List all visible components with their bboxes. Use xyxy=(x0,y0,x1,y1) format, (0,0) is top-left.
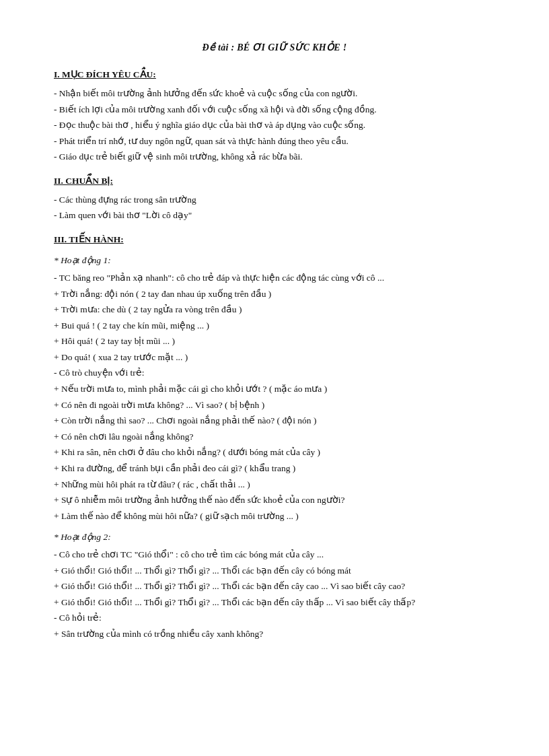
section-2-content: - Các thùng đựng rác trong sân trường - … xyxy=(54,193,495,223)
list-item: - TC băng reo "Phản xạ nhanh": cô cho tr… xyxy=(54,271,495,285)
list-item: + Khi ra sân, nên chơi ở đâu cho khỏi nắ… xyxy=(54,445,495,460)
list-item: + Bui quá ! ( 2 tay che kín mũi, miệng .… xyxy=(54,318,495,333)
list-item: + Sự ô nhiễm môi trường ảnh hưởng thế nà… xyxy=(54,493,495,508)
list-item: + Gió thổi! Gió thổi! ... Thổi gì? Thổi … xyxy=(54,563,495,578)
list-item: - Làm quen với bài thơ "Lời cô dạy" xyxy=(54,208,495,223)
list-item: - Cô hỏi trẻ: xyxy=(54,611,495,625)
section-3: III. TIẾN HÀNH: * Hoạt động 1: - TC băng… xyxy=(54,232,495,642)
list-item: - Giáo dục trẻ biết giữ vệ sinh môi trườ… xyxy=(54,149,495,164)
activity-2: * Hoạt động 2: - Cô cho trẻ chơi TC "Gió… xyxy=(54,530,495,641)
list-item: - Cô cho trẻ chơi TC "Gió thổi" : cô cho… xyxy=(54,547,495,562)
activity-2-heading: * Hoạt động 2: xyxy=(54,530,495,545)
activity-1-content: - TC băng reo "Phản xạ nhanh": cô cho tr… xyxy=(54,271,495,524)
list-item: + Gió thổi! Gió thổi! ... Thổi gì? Thổi … xyxy=(54,579,495,594)
list-item: - Biết ích lợi của môi trường xanh đối v… xyxy=(54,102,495,117)
section-3-heading: III. TIẾN HÀNH: xyxy=(54,232,495,247)
section-2: II. CHUẨN BỊ: - Các thùng đựng rác trong… xyxy=(54,174,495,223)
list-item: + Hôi quá! ( 2 tay tay bịt mũi ... ) xyxy=(54,334,495,349)
list-item: + Những mùi hôi phát ra từ đâu? ( rác , … xyxy=(54,477,495,492)
list-item: + Trời mưa: che dù ( 2 tay ngửa ra vòng … xyxy=(54,302,495,317)
activity-1: * Hoạt động 1: - TC băng reo "Phản xạ nh… xyxy=(54,253,495,523)
list-item: + Có nên đi ngoài trời mưa không? ... Vì… xyxy=(54,398,495,413)
activity-1-heading: * Hoạt động 1: xyxy=(54,253,495,268)
section-2-heading: II. CHUẨN BỊ: xyxy=(54,174,495,188)
list-item: + Có nên chơi lâu ngoài nắng không? xyxy=(54,429,495,444)
list-item: + Gió thổi! Gió thổi! ... Thổi gì? Thổi … xyxy=(54,595,495,610)
list-item: - Nhận biết môi trường ảnh hưởng đến sức… xyxy=(54,86,495,101)
list-item: + Nếu trời mưa to, mình phải mặc cái gì … xyxy=(54,382,495,397)
list-item: + Làm thế nào để không mùi hôi nữa? ( gi… xyxy=(54,509,495,524)
list-item: - Cô trò chuyện với trẻ: xyxy=(54,366,495,380)
list-item: + Sân trường của mình có trồng nhiều cây… xyxy=(54,627,495,642)
list-item: + Do quá! ( xua 2 tay trước mặt ... ) xyxy=(54,350,495,365)
section-1-heading: I. MỤC ĐÍCH YÊU CẦU: xyxy=(54,67,495,82)
list-item: - Các thùng đựng rác trong sân trường xyxy=(54,193,495,207)
list-item: + Còn trời nắng thì sao? ... Chơi ngoài … xyxy=(54,413,495,428)
activity-2-content: - Cô cho trẻ chơi TC "Gió thổi" : cô cho… xyxy=(54,547,495,642)
page: Đề tài : BÉ ƠI GIỮ SỨC KHỎE ! I. MỤC ĐÍC… xyxy=(0,0,549,756)
list-item: - Đọc thuộc bài thơ , hiểu ý nghĩa giáo … xyxy=(54,118,495,133)
section-1: I. MỤC ĐÍCH YÊU CẦU: - Nhận biết môi trư… xyxy=(54,67,495,164)
list-item: - Phát triển trí nhớ, tư duy ngôn ngữ, q… xyxy=(54,134,495,149)
page-title: Đề tài : BÉ ƠI GIỮ SỨC KHỎE ! xyxy=(54,40,495,55)
list-item: + Khi ra đường, để tránh bụi cần phải đe… xyxy=(54,461,495,476)
section-1-content: - Nhận biết môi trường ảnh hưởng đến sức… xyxy=(54,86,495,164)
list-item: + Trời nắng: đội nón ( 2 tay đan nhau úp… xyxy=(54,287,495,302)
